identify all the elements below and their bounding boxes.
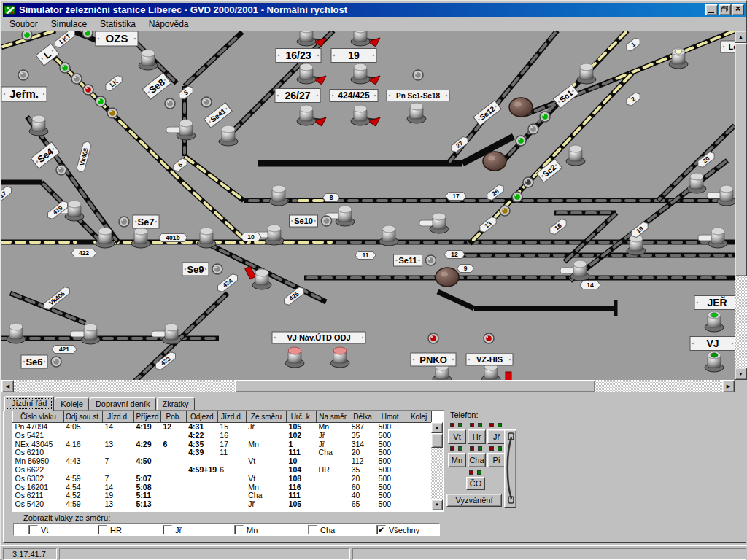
menu-item-simulace[interactable]: Simulace [44,18,93,31]
cell [406,440,432,449]
tag-14: 14 [580,281,600,289]
close-icon: × [735,4,740,14]
menu-item-statistika[interactable]: Statistika [93,18,142,31]
control-knob[interactable] [705,311,724,332]
table-row[interactable]: Pn 470944:05144:19124:3115Jř105Mn587500 [13,423,432,432]
menu-item-nápověda[interactable]: Nápověda [142,18,196,31]
telefon-button-co[interactable]: ČO [466,477,485,490]
cell: 17 [217,440,246,449]
filter-checkbox-hr[interactable]: HR [98,525,122,534]
table-row[interactable]: Os 63024:5975:07Vt10820500 [13,475,432,483]
cell [217,457,246,466]
cell [160,491,186,500]
table-row[interactable]: Os 62104:3911111Cha20500 [13,448,432,457]
cell: 4:35 [186,440,217,449]
column-header: Hmot. [376,411,406,423]
application-window: Simulátor železniční stanice Liberec - G… [0,0,747,560]
unchecked-checkbox-icon [308,525,317,534]
control-knob[interactable] [96,228,115,248]
control-knob[interactable] [29,115,48,136]
minimize-button[interactable] [705,4,718,15]
signal-light-green [540,112,550,122]
restore-button[interactable] [719,4,731,15]
handset-button[interactable] [504,429,516,508]
cell: 500 [376,457,406,466]
control-knob[interactable] [197,228,216,248]
control-knob[interactable] [131,228,150,248]
brown-knob[interactable] [483,152,506,171]
svg-text:16/23: 16/23 [285,50,311,61]
control-knob[interactable] [669,48,688,69]
menu-item-soubor[interactable]: Soubor [3,18,44,31]
cell [134,448,161,457]
map-scroll-down-button[interactable]: ▼ [735,368,747,380]
control-knob[interactable] [577,63,596,84]
filter-checkbox-cha[interactable]: Cha [308,525,335,534]
timetable-scroll-down-button[interactable]: ▼ [431,499,443,510]
table-row[interactable]: Mn 869504:4374:50Vt10112500 [13,457,432,466]
telefon-button-cha[interactable]: Cha [468,453,486,467]
window-controls: × [705,4,744,15]
cell [186,500,217,509]
svg-text:OZS: OZS [106,32,128,44]
cell: NEx 43045 [13,440,64,449]
telefon-button-hr[interactable]: Hr [468,429,486,444]
pink-button[interactable] [330,347,349,368]
svg-text:Se10: Se10 [294,217,313,225]
filter-checkbox-všechny[interactable]: ✔Všechny [376,525,419,534]
control-knob[interactable] [219,125,238,146]
column-header: Urč..k. [287,411,317,423]
table-row[interactable]: Os 54204:59135:13Jř10565500 [13,500,432,509]
control-knob[interactable] [139,50,158,70]
brown-knob[interactable] [436,268,459,287]
control-knob[interactable] [379,225,398,246]
filter-checkbox-vt[interactable]: Vt [28,525,48,534]
cell: 6 [217,466,246,475]
plate-vj-n-v-td-odj: VJ Náv.ÚTD ODJ [272,332,365,343]
cell [63,432,102,440]
control-knob[interactable] [7,323,26,343]
cell [406,423,432,432]
map-vscrollbar-thumb[interactable] [735,43,747,276]
cell [102,466,133,475]
table-row[interactable]: Os 162014:54145:08Mn11660500 [13,483,432,492]
plate-se10: Se10 [290,215,318,227]
map-scroll-left-button[interactable]: ◀ [1,380,14,392]
plate-je-m-: Jeřm. [1,87,47,101]
timetable-scrollbar[interactable]: ▲ ▼ [431,422,443,510]
close-button[interactable]: × [732,4,744,15]
cell: 4:31 [186,423,217,432]
table-row[interactable]: Os 62114:52195:11Cha11140500 [13,491,432,500]
table-row[interactable]: Os 54214:2216102Jř35500 [13,432,432,440]
control-knob[interactable] [705,351,724,372]
map-scroll-right-button[interactable]: ▶ [722,380,735,392]
pink-button[interactable] [285,347,304,368]
table-row[interactable]: NEx 430454:16134:2964:3517Mn1Jř314500 [13,440,432,449]
svg-text:Se9: Se9 [187,264,204,275]
brown-knob[interactable] [509,98,533,117]
filter-checkbox-jř[interactable]: Jř [163,525,182,534]
cell: 500 [376,491,406,500]
telefon-button-vyzvaneni[interactable]: Vyzvánění [446,494,502,507]
map-scroll-up-button[interactable]: ▲ [735,31,747,43]
timetable-scroll-up-button[interactable]: ▲ [431,422,443,433]
control-knob[interactable] [566,145,585,166]
control-knob[interactable] [627,235,646,255]
telefon-button-mn[interactable]: Mn [448,453,466,467]
control-knob[interactable] [407,103,426,123]
filter-checkbox-mn[interactable]: Mn [234,525,258,534]
timetable-scrollbar-thumb[interactable] [431,433,443,448]
map-hscrollbar-thumb[interactable] [235,380,595,392]
tab-j-zdn-d[interactable]: Jízdní řád [4,396,54,411]
control-knob[interactable] [687,173,706,193]
telefon-button-vt[interactable]: Vt [448,429,466,444]
table-row[interactable]: Os 66224:59+196104HR35500 [13,466,432,475]
plate-26-27: 26/27 [275,89,320,103]
cell [317,483,349,492]
telefon-button-jř[interactable]: Jř [487,429,506,444]
control-knob[interactable] [252,269,271,289]
cell [406,432,432,440]
control-knob[interactable] [269,185,288,206]
telefon-button-pi[interactable]: Pi [487,453,506,467]
signal-light-green [22,31,32,40]
